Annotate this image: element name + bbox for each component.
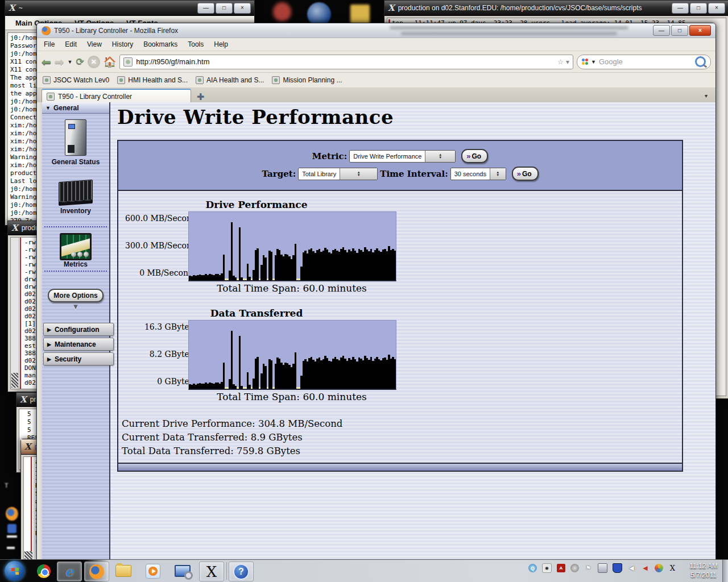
minimize-button[interactable]: — bbox=[197, 3, 214, 14]
close-button[interactable]: × bbox=[689, 25, 711, 36]
spinner-icon[interactable]: ▲▼ bbox=[340, 168, 377, 180]
firefox-window: T950 - Library Controller - Mozilla Fire… bbox=[36, 23, 716, 563]
sidebar-accordion-maintenance[interactable]: ▶ Maintenance bbox=[43, 338, 114, 351]
stop-button[interactable]: ✕ bbox=[88, 56, 100, 68]
menu-item[interactable]: Edit bbox=[60, 39, 81, 49]
sidebar-item-inventory[interactable]: Inventory bbox=[42, 207, 109, 215]
shield-tray-icon[interactable] bbox=[613, 563, 622, 573]
taskbar-mediaplayer-button[interactable] bbox=[141, 562, 165, 580]
more-options-button[interactable]: More Options bbox=[48, 289, 104, 302]
taskbar-remote-button[interactable] bbox=[171, 562, 195, 580]
sidebar-accordion-security[interactable]: ▶ Security bbox=[43, 352, 114, 365]
page-content: ▼ General General Status Inventory Metri… bbox=[37, 102, 715, 562]
show-desktop-button[interactable] bbox=[722, 560, 728, 582]
sidebar-item-metrics[interactable]: Metrics bbox=[42, 260, 109, 268]
inventory-item[interactable] bbox=[42, 181, 109, 201]
bookmark-item[interactable]: AIA Health and S... bbox=[196, 76, 264, 84]
start-button[interactable] bbox=[5, 561, 24, 581]
maximize-button[interactable]: □ bbox=[216, 3, 233, 14]
search-placeholder[interactable]: Google bbox=[599, 57, 623, 66]
menu-item[interactable]: History bbox=[107, 39, 138, 49]
menu-item[interactable]: View bbox=[82, 39, 106, 49]
scrollbar-thumb[interactable] bbox=[11, 373, 18, 388]
bar bbox=[394, 251, 396, 280]
stat-line: Total Data Transferred: 759.8 GBytes bbox=[122, 444, 342, 458]
maximize-button[interactable]: □ bbox=[671, 25, 688, 36]
x-tray-icon[interactable]: X bbox=[668, 564, 677, 572]
bookmark-star-icon[interactable]: ☆ bbox=[557, 58, 564, 66]
scrollbar[interactable] bbox=[11, 238, 19, 389]
general-status-item[interactable] bbox=[42, 119, 109, 156]
home-button[interactable]: 🏠 bbox=[104, 56, 116, 68]
taskbar-xserver-button[interactable]: X bbox=[199, 562, 224, 581]
app-desktop-icon[interactable] bbox=[7, 524, 16, 533]
update-tray-icon[interactable] bbox=[655, 564, 663, 572]
sidebar-section-general[interactable]: ▼ General bbox=[42, 102, 109, 114]
menu-item[interactable]: File bbox=[39, 39, 59, 49]
target-select[interactable]: Total Library▲▼ bbox=[298, 168, 378, 180]
volume-tray-icon[interactable]: ◀ bbox=[627, 564, 636, 572]
desktop-shortcut-icon[interactable]: T bbox=[5, 482, 8, 489]
search-engine-caret[interactable]: ▼ bbox=[591, 59, 596, 65]
close-button[interactable]: × bbox=[234, 3, 251, 14]
scrollbar-thumb[interactable] bbox=[24, 551, 32, 559]
taskbar-help-button[interactable]: ? bbox=[229, 562, 254, 581]
tab-t950[interactable]: T950 - Library Controller bbox=[42, 89, 191, 103]
history-dropdown-caret[interactable]: ▼ bbox=[68, 59, 73, 65]
bookmark-item[interactable]: JSOC Watch Lev0 bbox=[43, 76, 109, 84]
url-bar[interactable]: http://t950/gf/main.htm ☆ ▾ bbox=[119, 55, 573, 69]
search-box[interactable]: ▼ Google bbox=[577, 55, 711, 69]
menu-bar: FileEditViewHistoryBookmarksToolsHelp bbox=[37, 38, 715, 51]
maximize-button[interactable]: □ bbox=[690, 3, 707, 14]
quicktime-tray-icon[interactable]: Q bbox=[528, 564, 537, 572]
menu-item[interactable]: Tools bbox=[183, 39, 208, 49]
production-titlebar[interactable]: X production on d02.Stanford.EDU: /home/… bbox=[384, 1, 728, 16]
spinner-icon[interactable]: ▲▼ bbox=[490, 168, 506, 180]
camera-tray-icon[interactable]: ◉ bbox=[542, 563, 552, 573]
taskbar-clock[interactable]: 11:12 AM 5/7/2011 bbox=[689, 562, 718, 580]
new-tab-button[interactable]: ✚ bbox=[191, 92, 210, 103]
xorg-icon: X bbox=[9, 3, 15, 13]
firefox-desktop-icon[interactable] bbox=[6, 507, 18, 521]
list-all-tabs-caret[interactable]: ▾ bbox=[705, 93, 711, 99]
network-tray-icon[interactable] bbox=[598, 563, 607, 573]
metrics-item[interactable] bbox=[42, 233, 109, 260]
spinner-icon[interactable]: ▲▼ bbox=[425, 151, 455, 162]
library-tower-icon bbox=[65, 119, 86, 156]
chevron-down-icon[interactable]: ▼ bbox=[42, 302, 109, 311]
minimize-button[interactable]: — bbox=[653, 25, 670, 36]
interval-select[interactable]: 30 seconds▲▼ bbox=[450, 168, 506, 180]
search-icon[interactable] bbox=[695, 56, 706, 67]
bookmark-item[interactable]: Mission Planning ... bbox=[272, 76, 342, 84]
menu-item[interactable]: Bookmarks bbox=[139, 39, 182, 49]
adobe-tray-icon[interactable]: A bbox=[557, 564, 565, 572]
sidebar-item-general-status[interactable]: General Status bbox=[42, 158, 109, 166]
mute-volume-tray-icon[interactable]: ◀ bbox=[641, 564, 650, 572]
metric-select[interactable]: Drive Write Performance▲▼ bbox=[349, 150, 456, 163]
grey-ball-tray-icon[interactable] bbox=[570, 564, 579, 572]
taskbar-firefox-button[interactable] bbox=[84, 562, 109, 581]
interval-label: Time Interval: bbox=[380, 169, 448, 179]
firefox-titlebar[interactable]: T950 - Library Controller - Mozilla Fire… bbox=[37, 23, 715, 38]
interval-go-button[interactable]: »Go bbox=[512, 167, 539, 181]
bookmark-item[interactable]: HMI Health and S... bbox=[117, 76, 188, 84]
url-dropdown-caret[interactable]: ▾ bbox=[566, 58, 569, 66]
taskbar-explorer-button[interactable] bbox=[111, 562, 135, 580]
forward-button[interactable]: ➡ bbox=[55, 56, 64, 68]
taskbar-chrome-button[interactable] bbox=[32, 562, 56, 580]
sidebar-accordion-configuration[interactable]: ▶ Configuration bbox=[43, 323, 114, 336]
close-button[interactable]: × bbox=[708, 3, 725, 14]
menu-item[interactable]: Help bbox=[209, 39, 233, 49]
tab-bar: T950 - Library Controller ✚ ▾ bbox=[37, 88, 715, 104]
xterm1-titlebar[interactable]: X ~ — □ × bbox=[5, 1, 254, 16]
flag-tray-icon[interactable]: ⚑ bbox=[584, 564, 593, 572]
bookmark-icon bbox=[117, 76, 125, 84]
xorg-icon: X bbox=[24, 442, 31, 452]
minimize-button[interactable]: — bbox=[672, 3, 689, 14]
firefox-icon bbox=[89, 564, 104, 579]
back-button[interactable]: ⬅ bbox=[42, 56, 51, 68]
url-text[interactable]: http://t950/gf/main.htm bbox=[136, 57, 209, 66]
reload-button[interactable]: ⟳ bbox=[76, 56, 84, 68]
taskbar-ie-button[interactable]: e bbox=[57, 562, 82, 581]
metric-go-button[interactable]: »Go bbox=[461, 149, 488, 163]
